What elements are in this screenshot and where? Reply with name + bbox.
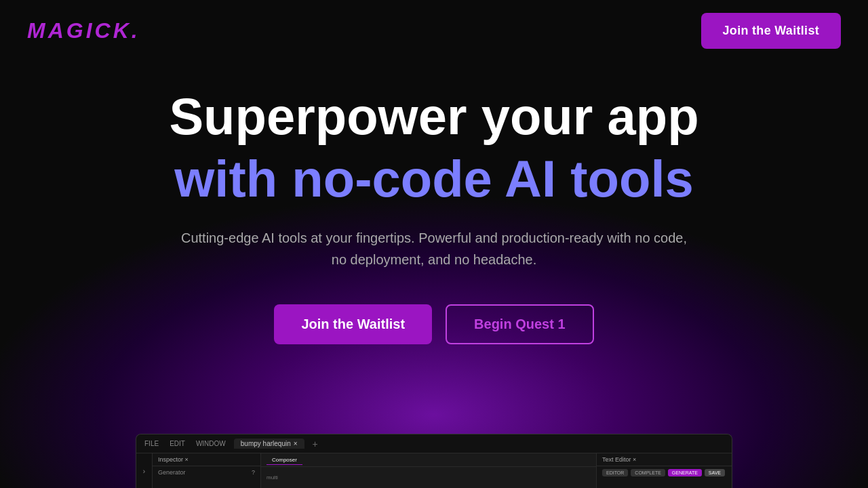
hero-title-line1: Superpower your app — [169, 88, 698, 145]
inspector-panel: Inspector × Generator ? — [153, 453, 261, 488]
topbar-tab[interactable]: bumpy harlequin × — [234, 439, 304, 449]
navbar: MAGICK. Join the Waitlist — [0, 0, 868, 61]
hero-waitlist-button[interactable]: Join the Waitlist — [274, 304, 432, 344]
app-preview: FILE EDIT WINDOW bumpy harlequin × + › I… — [136, 434, 732, 488]
logo-text: MAGICK. — [27, 18, 140, 43]
app-content: › Inspector × Generator ? Composer multi — [136, 453, 732, 488]
inspector-header: Inspector × — [153, 453, 260, 466]
save-button[interactable]: SAVE — [705, 469, 725, 476]
menu-window[interactable]: WINDOW — [196, 440, 226, 447]
app-topbar: FILE EDIT WINDOW bumpy harlequin × + — [136, 434, 732, 453]
composer-panel: Composer multi — [261, 453, 596, 488]
text-editor-panel: Text Editor × EDITOR COMPLETE GENERATE S… — [596, 453, 732, 488]
hero-subtitle: Cutting-edge AI tools at your fingertips… — [176, 227, 692, 270]
composer-tabs: Composer — [261, 453, 596, 467]
generator-help-icon[interactable]: ? — [252, 469, 255, 476]
generate-button[interactable]: GENERATE — [668, 469, 702, 476]
sidebar-arrow-icon: › — [143, 468, 145, 475]
complete-button[interactable]: COMPLETE — [631, 469, 665, 476]
hero-quest-button[interactable]: Begin Quest 1 — [446, 304, 593, 344]
left-sidebar-toggle[interactable]: › — [136, 453, 153, 488]
nav-waitlist-button[interactable]: Join the Waitlist — [701, 13, 841, 49]
composer-input-value: multi — [267, 474, 278, 481]
tab-label: bumpy harlequin — [241, 440, 291, 447]
hero-title-line2: with no-code AI tools — [174, 150, 694, 207]
tab-close-icon[interactable]: × — [294, 440, 298, 447]
generator-label: Generator — [158, 469, 186, 476]
text-editor-header: Text Editor × — [597, 453, 732, 466]
editor-button[interactable]: EDITOR — [602, 469, 628, 476]
text-editor-actions: EDITOR COMPLETE GENERATE SAVE — [597, 466, 732, 479]
menu-file[interactable]: FILE — [144, 440, 159, 447]
logo: MAGICK. — [27, 18, 140, 43]
composer-tab[interactable]: Composer — [267, 455, 302, 465]
composer-content: multi — [261, 467, 596, 485]
hero-section: Superpower your app with no-code AI tool… — [0, 61, 868, 371]
topbar-menu: FILE EDIT WINDOW — [144, 440, 226, 447]
generator-item: Generator ? — [153, 466, 260, 479]
inspector-label: Inspector × — [158, 456, 189, 463]
cta-buttons: Join the Waitlist Begin Quest 1 — [274, 304, 593, 344]
menu-edit[interactable]: EDIT — [170, 440, 185, 447]
text-editor-label: Text Editor × — [602, 456, 636, 463]
add-tab-button[interactable]: + — [313, 439, 318, 449]
